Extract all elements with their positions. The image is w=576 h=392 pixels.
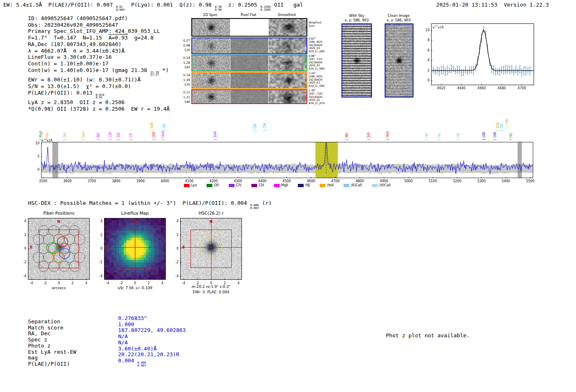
cutout-row [191,89,307,104]
fiber-north-label: N [57,220,60,224]
spectrum-legend: LyαOIICIVCIIIMgIIHβHeII(K)CaII(H)CaII [41,183,533,187]
info-line: ID: 4090525647 (4090525647.pdf) [28,15,170,22]
emission-line-label: } SiII [367,132,371,141]
info-line: Cont(w) = 1.40(±0.01)e-17 (gmag 21.38 21… [28,67,170,77]
emission-line-label: } OIII [482,132,486,141]
legend-item: CIII [251,183,264,187]
emission-line-label: } Hγ [437,133,441,141]
fiber-ytick: -2 [18,260,26,264]
match-value: 187.807229, 49.602863 [118,327,186,334]
emission-line-label: } CII [129,133,133,141]
fit-xtick: 4680 [496,86,508,90]
cutout-weights: 0.27 0.98 126 [180,38,190,53]
legend-label: HeII [327,183,334,187]
stacked-value: 0.010.004 [116,6,125,12]
legend-item: MgII [274,183,288,187]
hsc-east-label: E [182,245,185,249]
fit-ytick: 0 [421,79,430,83]
cutout-col-header: Smoothed [268,13,306,17]
clean-image-coords: x, y: 586, 903 [383,18,415,23]
info-line: LineFlux = 3.30(±0.37)e-16 [28,54,170,60]
with-sky-coords: x, y: 586, 903 [341,18,373,23]
clean-image-panel [385,23,413,97]
info-line: LyA z = 2.8350 OII z = 0.2506 [28,99,170,106]
legend-label: MgII [281,183,288,187]
cutout-smooth-image [269,56,307,71]
info-line: Obs: 20230426v020_4090525647 [28,22,170,28]
fiber-xtick: 2 [68,281,77,285]
fiber-ytick: 4 [18,219,26,223]
match-label: Est LyA rest-EW [28,349,76,355]
emission-line-label: } SiIV [214,131,217,141]
spectrum-ytick: 10 [30,141,39,146]
legend-swatch [229,184,235,187]
hsc-ytick: -4 [170,274,179,278]
info-line: Cont(n) = 1.10(±0.00)e-17 [28,60,170,67]
spectrum-xtick: 4200 [207,179,220,183]
match-value: 0.004 0.0060.003 [118,357,146,367]
with-sky-title: With Sky [341,14,373,18]
fiber-positions-title: Fiber Positions [28,211,90,216]
cutout-info: 1.24" (586, 903) 20230426 v020_01 424_LL… [309,72,328,88]
fiber-ytick: -4 [18,274,26,278]
lineflux-xtick: 4 [158,281,167,285]
lineflux-xtick: 0 [131,281,139,285]
emission-line-label: } Lyα [81,132,85,141]
spectrum-xtick: 4800 [353,179,366,183]
fit-ytick: 8 [421,38,430,42]
legend-label: Lyα [191,183,197,187]
spectrum-xtick: 5500 [524,179,537,183]
fit-ytick: 2 [421,69,430,73]
emission-line-label: } Hδ [425,133,429,141]
cutout-spec-image [192,73,230,88]
match-label: Spec z [28,336,47,343]
cutout-smooth-image [269,19,307,36]
legend-label: CIV [236,183,242,187]
clean-image-title: Clean Image [383,14,415,18]
spectrum-xtick: 3700 [86,179,98,183]
emission-line-label: } SiII [117,132,121,141]
legend-item: OII [207,183,218,187]
hsc-ytick: 4 [170,219,179,223]
legend-swatch [184,184,190,187]
info-line: S/N = 13.0(±1.5) χ² = 0.7(±0.0) [28,83,170,90]
hsc-xtick: -4 [179,281,188,285]
spectrum-xtick: 3500 [37,179,49,183]
spectrum-xtick: 4900 [378,179,390,183]
cutout-info: Weighted Sum [309,21,328,28]
spectrum-xtick: 4400 [256,179,269,183]
fit-plot-ylabel: e-17x2Å [433,25,444,29]
hsc-dex-line: HSC-DEX : Possible Matches = 1 (within +… [28,200,272,210]
match-value: 3.60(±0.40)Å [118,346,157,352]
cutout-spec-image [192,90,230,103]
match-value: N/A [118,339,128,346]
cutout-smooth-image [269,90,307,103]
emission-line-label: } Hβ [456,133,460,141]
match-value: 1.000 [118,321,134,328]
phot-z-note: Phot z plot not available. [386,332,470,339]
hsc-r-title: HSC(26.2) r [180,211,242,216]
cutout-flat-image [230,56,268,71]
fiber-xtick: 4 [82,281,91,285]
cutout-flat-image [230,90,268,103]
emission-line-label: } HeII [161,131,165,141]
cutout-info: 1.30" (587, 729) 20230426 v020_01 424_LL… [309,89,328,105]
cutout-spec-image [192,56,230,71]
match-label: Match score [28,325,63,331]
spectrum-xtick: 5100 [427,179,439,183]
hsc-xtick: 0 [207,281,215,285]
fiber-ytick: 2 [18,233,26,237]
spectrum-xtick: 3800 [110,179,122,183]
fit-xtick: 4660 [476,86,488,90]
match-label: RA, Dec [28,330,51,337]
emission-line-label: } OII [253,124,257,132]
lineflux-ytick: 2 [94,233,102,237]
line-fit-plot [431,23,534,85]
legend-item: HeII [320,183,334,187]
with-sky-image [342,24,371,97]
match-label: Separation [28,318,60,325]
match-label: P(LAE)/P(OII) [28,361,70,367]
emission-line-label: } OII [63,133,67,141]
fiber-positions-plot [28,218,90,280]
hsc-ytick: 0 [170,247,179,251]
